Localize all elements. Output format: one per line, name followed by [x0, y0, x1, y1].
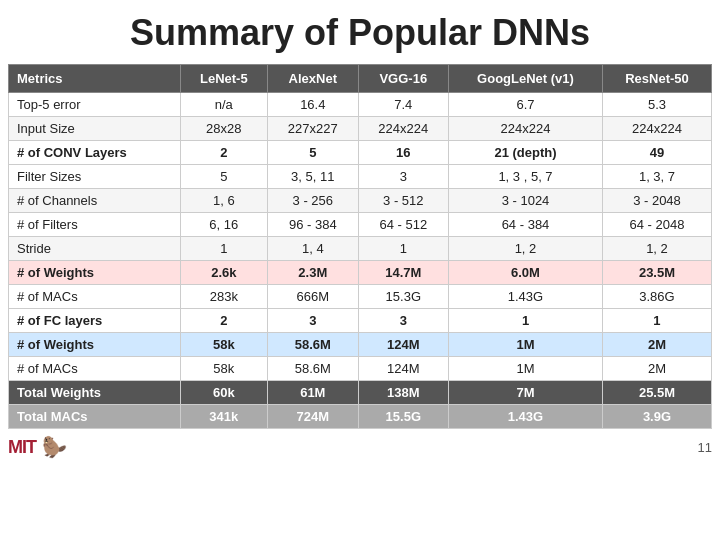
footer-logo: MIT 🦫 [8, 435, 67, 459]
row-12-label: Total Weights [9, 381, 181, 405]
row-10-col-4: 1M [449, 333, 603, 357]
row-13-col-5: 3.9G [602, 405, 711, 429]
row-5-col-1: 6, 16 [180, 213, 268, 237]
row-7-col-5: 23.5M [602, 261, 711, 285]
table-row: # of Weights58k58.6M124M1M2M [9, 333, 712, 357]
table-row: # of MACs58k58.6M124M1M2M [9, 357, 712, 381]
row-2-label: # of CONV Layers [9, 141, 181, 165]
row-5-col-5: 64 - 2048 [602, 213, 711, 237]
row-7-label: # of Weights [9, 261, 181, 285]
row-11-col-3: 124M [358, 357, 448, 381]
row-2-col-4: 21 (depth) [449, 141, 603, 165]
row-1-col-4: 224x224 [449, 117, 603, 141]
row-4-col-5: 3 - 2048 [602, 189, 711, 213]
row-7-col-1: 2.6k [180, 261, 268, 285]
header-col-3: VGG-16 [358, 65, 448, 93]
row-0-col-2: 16.4 [268, 93, 358, 117]
table-row: Filter Sizes53, 5, 1131, 3 , 5, 71, 3, 7 [9, 165, 712, 189]
row-0-col-3: 7.4 [358, 93, 448, 117]
table-row: Total Weights60k61M138M7M25.5M [9, 381, 712, 405]
row-5-label: # of Filters [9, 213, 181, 237]
table-row: # of MACs283k666M15.3G1.43G3.86G [9, 285, 712, 309]
table-row: # of Filters6, 1696 - 38464 - 51264 - 38… [9, 213, 712, 237]
row-8-label: # of MACs [9, 285, 181, 309]
row-3-col-5: 1, 3, 7 [602, 165, 711, 189]
row-6-col-5: 1, 2 [602, 237, 711, 261]
mit-logo: MIT [8, 437, 36, 458]
header-col-2: AlexNet [268, 65, 358, 93]
row-10-col-3: 124M [358, 333, 448, 357]
header-col-4: GoogLeNet (v1) [449, 65, 603, 93]
row-11-col-4: 1M [449, 357, 603, 381]
row-0-label: Top-5 error [9, 93, 181, 117]
row-4-col-1: 1, 6 [180, 189, 268, 213]
row-6-label: Stride [9, 237, 181, 261]
row-9-col-4: 1 [449, 309, 603, 333]
row-7-col-4: 6.0M [449, 261, 603, 285]
row-12-col-3: 138M [358, 381, 448, 405]
row-3-col-1: 5 [180, 165, 268, 189]
table-row: # of CONV Layers251621 (depth)49 [9, 141, 712, 165]
page-number: 11 [698, 440, 712, 455]
row-8-col-4: 1.43G [449, 285, 603, 309]
table-row: Input Size28x28227x227224x224224x224224x… [9, 117, 712, 141]
row-4-col-3: 3 - 512 [358, 189, 448, 213]
row-4-label: # of Channels [9, 189, 181, 213]
row-0-col-1: n/a [180, 93, 268, 117]
row-12-col-1: 60k [180, 381, 268, 405]
beaver-icon: 🦫 [42, 435, 67, 459]
table-row: Total MACs341k724M15.5G1.43G3.9G [9, 405, 712, 429]
row-13-col-4: 1.43G [449, 405, 603, 429]
row-13-col-1: 341k [180, 405, 268, 429]
table-body: Top-5 errorn/a16.47.46.75.3Input Size28x… [9, 93, 712, 429]
dnn-summary-table: MetricsLeNet-5AlexNetVGG-16GoogLeNet (v1… [8, 64, 712, 429]
row-12-col-5: 25.5M [602, 381, 711, 405]
row-5-col-3: 64 - 512 [358, 213, 448, 237]
row-3-col-2: 3, 5, 11 [268, 165, 358, 189]
row-9-col-5: 1 [602, 309, 711, 333]
table-row: Top-5 errorn/a16.47.46.75.3 [9, 93, 712, 117]
row-6-col-3: 1 [358, 237, 448, 261]
row-5-col-4: 64 - 384 [449, 213, 603, 237]
row-5-col-2: 96 - 384 [268, 213, 358, 237]
row-10-col-1: 58k [180, 333, 268, 357]
row-3-label: Filter Sizes [9, 165, 181, 189]
row-4-col-4: 3 - 1024 [449, 189, 603, 213]
row-11-col-5: 2M [602, 357, 711, 381]
row-0-col-5: 5.3 [602, 93, 711, 117]
row-11-col-2: 58.6M [268, 357, 358, 381]
row-7-col-2: 2.3M [268, 261, 358, 285]
row-9-label: # of FC layers [9, 309, 181, 333]
row-4-col-2: 3 - 256 [268, 189, 358, 213]
row-1-col-1: 28x28 [180, 117, 268, 141]
row-10-label: # of Weights [9, 333, 181, 357]
row-0-col-4: 6.7 [449, 93, 603, 117]
row-1-col-2: 227x227 [268, 117, 358, 141]
table-header-row: MetricsLeNet-5AlexNetVGG-16GoogLeNet (v1… [9, 65, 712, 93]
row-2-col-3: 16 [358, 141, 448, 165]
row-11-label: # of MACs [9, 357, 181, 381]
row-10-col-2: 58.6M [268, 333, 358, 357]
row-6-col-2: 1, 4 [268, 237, 358, 261]
row-6-col-4: 1, 2 [449, 237, 603, 261]
row-2-col-5: 49 [602, 141, 711, 165]
row-12-col-2: 61M [268, 381, 358, 405]
row-12-col-4: 7M [449, 381, 603, 405]
row-8-col-1: 283k [180, 285, 268, 309]
table-row: # of FC layers23311 [9, 309, 712, 333]
row-9-col-2: 3 [268, 309, 358, 333]
row-8-col-5: 3.86G [602, 285, 711, 309]
row-9-col-1: 2 [180, 309, 268, 333]
row-13-col-3: 15.5G [358, 405, 448, 429]
footer: MIT 🦫 11 [0, 429, 720, 459]
row-3-col-4: 1, 3 , 5, 7 [449, 165, 603, 189]
row-6-col-1: 1 [180, 237, 268, 261]
row-2-col-2: 5 [268, 141, 358, 165]
row-1-label: Input Size [9, 117, 181, 141]
row-2-col-1: 2 [180, 141, 268, 165]
header-col-1: LeNet-5 [180, 65, 268, 93]
row-10-col-5: 2M [602, 333, 711, 357]
row-8-col-2: 666M [268, 285, 358, 309]
table-row: Stride11, 411, 21, 2 [9, 237, 712, 261]
row-8-col-3: 15.3G [358, 285, 448, 309]
